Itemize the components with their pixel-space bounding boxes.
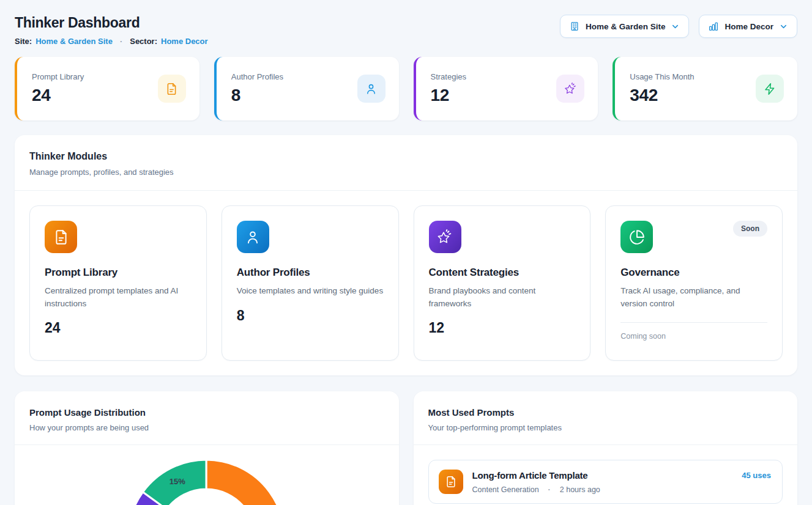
meta-separator: · bbox=[548, 485, 551, 494]
prompt-item-main: Long-form Article Template Content Gener… bbox=[472, 470, 733, 494]
prompt-item-time: 2 hours ago bbox=[560, 485, 600, 494]
pie-chart-icon bbox=[620, 221, 653, 253]
prompt-list-item[interactable]: Long-form Article Template Content Gener… bbox=[428, 460, 783, 504]
bottom-row: Prompt Usage Distribution How your promp… bbox=[15, 391, 797, 505]
site-selector-label: Home & Garden Site bbox=[586, 22, 666, 31]
sparkle-star-icon bbox=[556, 75, 584, 103]
bar-chart-icon bbox=[708, 21, 719, 32]
header-buttons: Home & Garden Site Home Decor bbox=[560, 15, 797, 38]
donut-chart: 15% bbox=[15, 445, 398, 505]
stat-label: Usage This Month bbox=[630, 72, 694, 81]
usage-subtitle: How your prompts are being used bbox=[29, 423, 384, 432]
module-card-author-profiles[interactable]: Author Profiles Voice templates and writ… bbox=[222, 205, 399, 361]
modules-subtitle: Manage prompts, profiles, and strategies bbox=[29, 168, 783, 177]
soon-badge: Soon bbox=[733, 221, 767, 237]
chevron-down-icon bbox=[779, 22, 788, 31]
file-text-icon bbox=[45, 221, 77, 253]
most-used-prompts-card: Most Used Prompts Your top-performing pr… bbox=[414, 391, 798, 505]
prompt-item-title: Long-form Article Template bbox=[472, 470, 733, 481]
stat-label: Prompt Library bbox=[32, 72, 84, 81]
sector-label: Sector: bbox=[130, 37, 157, 46]
prompt-item-category: Content Generation bbox=[472, 485, 539, 494]
site-selector-dropdown[interactable]: Home & Garden Site bbox=[560, 15, 690, 38]
stat-label: Author Profiles bbox=[231, 72, 283, 81]
sector-link[interactable]: Home Decor bbox=[161, 37, 208, 46]
modules-title: Thinker Modules bbox=[29, 151, 783, 162]
prompts-title: Most Used Prompts bbox=[428, 407, 783, 418]
stat-value: 24 bbox=[32, 86, 84, 105]
stat-card-prompt-library: Prompt Library 24 bbox=[15, 57, 199, 120]
prompt-item-uses: 45 uses bbox=[742, 471, 771, 480]
meta-separator: · bbox=[120, 37, 122, 46]
user-icon bbox=[237, 221, 269, 253]
sparkle-star-icon bbox=[429, 221, 461, 253]
prompts-header: Most Used Prompts Your top-performing pr… bbox=[414, 391, 798, 445]
prompt-item-meta: Content Generation · 2 hours ago bbox=[472, 485, 733, 494]
dashboard-page: Thinker Dashboard Site: Home & Garden Si… bbox=[0, 0, 812, 505]
donut-slice-label: 15% bbox=[169, 477, 185, 486]
zap-icon bbox=[756, 75, 784, 103]
prompts-list: Long-form Article Template Content Gener… bbox=[414, 445, 798, 505]
module-description: Brand playbooks and content frameworks bbox=[429, 285, 576, 310]
site-label: Site: bbox=[15, 37, 32, 46]
chevron-down-icon bbox=[671, 22, 680, 31]
prompts-subtitle: Your top-performing prompt templates bbox=[428, 423, 783, 432]
modules-header: Thinker Modules Manage prompts, profiles… bbox=[15, 135, 797, 191]
stats-row: Prompt Library 24 Author Profiles 8 Stra… bbox=[15, 57, 797, 120]
module-description: Voice templates and writing style guides bbox=[237, 285, 384, 298]
coming-soon-text: Coming soon bbox=[620, 332, 767, 341]
stat-value: 12 bbox=[431, 86, 467, 105]
module-count: 8 bbox=[237, 308, 384, 324]
stat-value: 342 bbox=[630, 86, 694, 105]
stat-label: Strategies bbox=[431, 72, 467, 81]
page-header: Thinker Dashboard Site: Home & Garden Si… bbox=[15, 15, 797, 46]
module-title: Governance bbox=[620, 267, 767, 279]
sector-selector-label: Home Decor bbox=[724, 22, 773, 31]
thinker-modules-panel: Thinker Modules Manage prompts, profiles… bbox=[15, 135, 797, 375]
site-sector-line: Site: Home & Garden Site · Sector: Home … bbox=[15, 37, 208, 46]
module-description: Centralized prompt templates and AI inst… bbox=[45, 285, 192, 310]
stat-text: Strategies 12 bbox=[431, 72, 467, 105]
site-link[interactable]: Home & Garden Site bbox=[35, 37, 113, 46]
building-icon bbox=[569, 21, 580, 32]
module-title: Author Profiles bbox=[237, 267, 384, 279]
usage-title: Prompt Usage Distribution bbox=[29, 407, 384, 418]
prompt-usage-card: Prompt Usage Distribution How your promp… bbox=[15, 391, 399, 505]
module-card-content-strategies[interactable]: Content Strategies Brand playbooks and c… bbox=[414, 205, 591, 361]
file-text-icon bbox=[158, 75, 186, 103]
file-text-icon bbox=[439, 470, 463, 494]
module-title: Content Strategies bbox=[429, 267, 576, 279]
module-count: 24 bbox=[45, 320, 192, 336]
page-title: Thinker Dashboard bbox=[15, 15, 208, 31]
header-left: Thinker Dashboard Site: Home & Garden Si… bbox=[15, 15, 208, 46]
stat-text: Usage This Month 342 bbox=[630, 72, 694, 105]
module-description: Track AI usage, compliance, and version … bbox=[620, 285, 767, 310]
stat-text: Prompt Library 24 bbox=[32, 72, 84, 105]
module-card-governance[interactable]: Soon Governance Track AI usage, complian… bbox=[605, 205, 783, 361]
user-icon bbox=[357, 75, 386, 103]
module-count: 12 bbox=[429, 320, 576, 336]
usage-header: Prompt Usage Distribution How your promp… bbox=[15, 391, 399, 445]
stat-value: 8 bbox=[231, 86, 283, 105]
sector-selector-dropdown[interactable]: Home Decor bbox=[699, 15, 797, 38]
module-divider bbox=[620, 322, 767, 323]
stat-text: Author Profiles 8 bbox=[231, 72, 283, 105]
module-card-prompt-library[interactable]: Prompt Library Centralized prompt templa… bbox=[29, 205, 207, 361]
modules-grid: Prompt Library Centralized prompt templa… bbox=[15, 191, 797, 375]
stat-card-strategies: Strategies 12 bbox=[414, 57, 598, 120]
module-title: Prompt Library bbox=[45, 267, 192, 279]
stat-card-usage: Usage This Month 342 bbox=[613, 57, 797, 120]
stat-card-author-profiles: Author Profiles 8 bbox=[214, 57, 399, 120]
